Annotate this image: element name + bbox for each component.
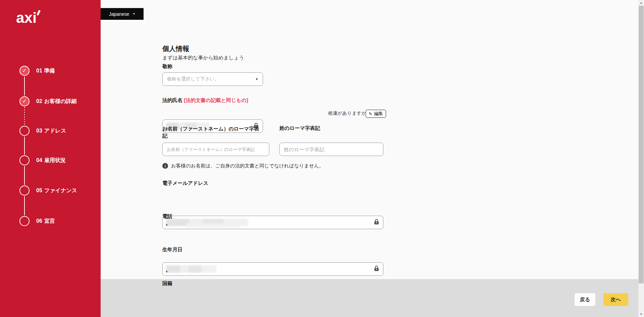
step-text: 05ファイナンス	[36, 187, 77, 194]
language-selector[interactable]: Japanese ▼	[101, 8, 144, 20]
check-icon: ✓	[22, 68, 26, 73]
salutation-label: 敬称	[162, 63, 172, 70]
page-subtitle: まずは基本的な事から始めましょう	[162, 55, 244, 61]
stepper-step-address[interactable]: 03アドレス	[19, 126, 66, 136]
dob-label: 生年月日	[162, 247, 182, 253]
redacted-value	[186, 223, 240, 227]
stepper-step-employment[interactable]: 04雇用状況	[19, 155, 66, 165]
pencil-icon: ✎	[369, 111, 372, 116]
step-circle-empty	[19, 186, 30, 196]
next-button[interactable]: 次へ	[603, 293, 628, 306]
stepper-connector-dotted	[24, 107, 25, 125]
stepper-connector	[24, 137, 25, 155]
first-name-romaji-label: お名前（ファーストネーム）のローマ字表記	[162, 125, 262, 139]
step-text: 06宣言	[36, 218, 55, 225]
scroll-down-icon[interactable]: ▼	[638, 311, 644, 317]
page-title: 個人情報	[162, 44, 189, 53]
stepper-step-finance[interactable]: 05ファイナンス	[19, 186, 77, 196]
phone-field-locked	[162, 262, 383, 276]
stepper-connector	[24, 196, 25, 215]
chevron-down-icon: ▼	[255, 77, 258, 81]
last-name-romaji-label: 姓のローマ字表記	[279, 125, 320, 131]
language-label: Japanese	[109, 11, 129, 17]
stepper-step-your-details[interactable]: ✓ 02お客様の詳細	[19, 96, 77, 106]
last-name-romaji-input[interactable]	[279, 143, 383, 156]
email-label: 電子メールアドレス	[162, 180, 208, 187]
stepper-connector	[24, 76, 25, 96]
name-note-text: お客様のお名前は、ご自身の法的文書と同じでなければなりません。	[171, 163, 324, 169]
redacted-value	[166, 224, 167, 226]
step-text: 02お客様の詳細	[36, 98, 77, 105]
page: axi ✓ 01準備 ✓ 02お客様の詳細	[0, 0, 644, 317]
back-button[interactable]: 戻る	[575, 293, 595, 306]
logo-accent-icon	[37, 10, 41, 15]
step-circle-complete: ✓	[19, 96, 30, 106]
stepper-connector	[24, 166, 25, 185]
edit-button[interactable]: ✎ 編集	[366, 110, 386, 118]
lock-icon	[374, 219, 379, 226]
check-icon: ✓	[22, 99, 26, 104]
email-field-locked	[162, 216, 383, 229]
name-note: i お客様のお名前は、ご自身の法的文書と同じでなければなりません。	[162, 163, 397, 169]
brand-logo: axi	[16, 9, 37, 26]
first-name-romaji-input[interactable]	[162, 143, 269, 156]
step-text: 01準備	[36, 67, 55, 74]
step-circle-empty	[19, 216, 30, 226]
chevron-down-icon: ▼	[132, 12, 135, 15]
stepper-step-preparation[interactable]: ✓ 01準備	[19, 66, 55, 76]
step-circle-empty	[19, 126, 30, 136]
scroll-up-icon[interactable]: ▲	[638, 0, 644, 6]
legal-name-label: 法的氏名 [法的文書の記載と同じもの]	[162, 97, 248, 104]
step-circle-empty	[19, 155, 30, 165]
step-circle-complete: ✓	[19, 66, 30, 76]
salutation-select[interactable]: 敬称を選択して下さい。 ▼	[162, 72, 263, 86]
nationality-label: 国籍	[162, 280, 172, 287]
step-text: 03アドレス	[36, 127, 66, 135]
info-icon: i	[162, 163, 168, 169]
lock-icon	[374, 265, 379, 273]
scrollbar[interactable]: ▲ ▼	[638, 0, 644, 317]
mismatch-question: 相違がありますか？	[328, 110, 371, 116]
scrollbar-thumb[interactable]	[639, 6, 644, 283]
sidebar: axi ✓ 01準備 ✓ 02お客様の詳細	[0, 0, 101, 317]
footer-bar	[101, 279, 638, 317]
stepper-step-declaration[interactable]: 06宣言	[19, 216, 55, 226]
redacted-value	[166, 265, 216, 273]
redacted-value	[166, 271, 167, 272]
salutation-placeholder: 敬称を選択して下さい。	[163, 76, 219, 82]
phone-label: 電話	[162, 213, 172, 220]
legal-name-label-note: [法的文書の記載と同じもの]	[184, 97, 248, 103]
step-text: 04雇用状況	[36, 157, 66, 164]
